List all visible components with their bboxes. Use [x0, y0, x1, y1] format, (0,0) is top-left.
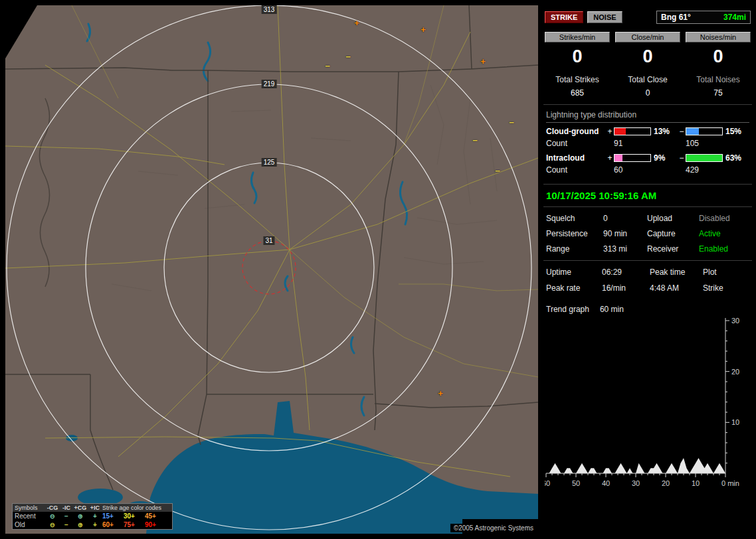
status-section: Squelch 0 Upload Disabled Persistence 90… — [543, 206, 752, 260]
persistence-value: 90 min — [603, 229, 647, 238]
trend-x-tick-label: 40 — [602, 479, 610, 487]
legend-col-pos-cg: +CG — [73, 504, 88, 511]
strike-marker: − — [495, 166, 500, 176]
total-close-label: Total Close — [615, 70, 680, 84]
trend-x-tick-label: 50 — [572, 479, 580, 487]
distribution-title: Lightning type distribution — [546, 109, 749, 123]
range-ring-label-125: 125 — [262, 158, 277, 167]
ic-negative-bar — [686, 154, 723, 162]
lightning-map[interactable]: Symbols -CG -IC +CG +IC Strike age color… — [5, 5, 538, 534]
trend-x-tick-label: 60 — [545, 479, 550, 487]
capture-status: Active — [699, 229, 749, 238]
peak-time-label: Peak time — [650, 268, 703, 277]
cloud-ground-label: Cloud-ground — [546, 127, 606, 136]
range-ring-label-313: 313 — [262, 5, 277, 14]
strike-marker: + — [421, 25, 426, 35]
trend-x-tick-label: 30 — [632, 479, 640, 487]
plot-mode-value: Strike — [703, 283, 749, 293]
noise-mode-button[interactable]: NOISE — [587, 11, 622, 23]
trend-x-end-label: 0 min — [721, 479, 739, 487]
strike-marker: − — [472, 135, 478, 145]
range-ring-label-219: 219 — [262, 80, 277, 88]
neg-cg-icon: ⊖ — [45, 512, 60, 520]
peak-rate-value: 16/min — [602, 283, 650, 293]
total-noises-value: 75 — [686, 84, 751, 98]
session-section: Uptime 06:29 Peak time Plot Peak rate 16… — [543, 260, 752, 299]
age-code: 30+ — [124, 512, 145, 520]
ic-positive-count: 60 — [614, 165, 686, 175]
plus-sign: + — [606, 153, 614, 163]
age-code: 15+ — [102, 512, 124, 520]
trend-y-tick-label: 30 — [731, 317, 739, 325]
strike-mode-button[interactable]: STRIKE — [545, 11, 583, 23]
range-label: Range — [546, 244, 603, 254]
neg-cg-icon: ⊖ — [45, 521, 60, 528]
trend-graph: 1020306050403020100 min — [543, 315, 752, 493]
plus-sign: + — [606, 127, 614, 136]
trend-y-tick-label: 20 — [731, 368, 739, 376]
squelch-label: Squelch — [546, 214, 603, 223]
datetime-section: 10/17/2025 10:59:16 AM — [543, 184, 752, 206]
strikes-column: Strikes/min 0 Total Strikes 685 — [545, 32, 610, 98]
uptime-value: 06:29 — [602, 268, 650, 277]
cloud-ground-row: Cloud-ground + 13% − 15% — [546, 127, 749, 136]
total-close-value: 0 — [615, 84, 680, 98]
age-code: 45+ — [145, 512, 166, 520]
cg-positive-pct: 13% — [651, 127, 678, 136]
upload-label: Upload — [647, 214, 699, 223]
trend-series — [546, 458, 725, 473]
strike-marker: − — [345, 52, 351, 62]
neg-ic-icon: − — [60, 521, 73, 528]
mode-toolbar: STRIKE NOISE Bng 61° 374mi — [543, 5, 752, 27]
minus-sign: − — [678, 153, 686, 163]
plot-label: Plot — [703, 268, 749, 277]
strike-marker: − — [509, 117, 514, 127]
close-per-min-value: 0 — [615, 42, 680, 70]
distance-value: 374mi — [723, 13, 746, 22]
age-code: 75+ — [124, 521, 145, 528]
strikes-per-min-button[interactable]: Strikes/min — [545, 32, 610, 42]
cg-negative-bar — [686, 127, 723, 135]
ic-positive-bar — [614, 154, 651, 162]
intracloud-row: Intracloud + 9% − 63% — [546, 153, 749, 163]
control-panel: STRIKE NOISE Bng 61° 374mi Strikes/min 0… — [543, 5, 752, 534]
trend-y-tick-label: 10 — [731, 418, 739, 426]
strike-legend: Symbols -CG -IC +CG +IC Strike age color… — [12, 503, 173, 530]
neg-ic-icon: − — [60, 512, 73, 520]
distribution-section: Lightning type distribution Cloud-ground… — [543, 104, 752, 184]
bearing-readout: Bng 61° 374mi — [656, 11, 751, 24]
cloud-ground-counts: Count 91 105 — [546, 139, 749, 148]
uptime-label: Uptime — [546, 268, 602, 277]
count-label: Count — [546, 139, 614, 148]
copyright-notice: ©2005 Astrogenic Systems — [450, 524, 537, 532]
pos-cg-icon: ⊕ — [73, 521, 88, 528]
legend-old-label: Old — [15, 521, 45, 528]
trend-x-tick-label: 20 — [662, 479, 670, 487]
trend-window-value: 60 min — [600, 305, 624, 314]
close-column: Close/min 0 Total Close 0 — [615, 32, 680, 98]
ic-negative-count: 429 — [686, 165, 749, 175]
squelch-value: 0 — [603, 214, 647, 223]
pos-cg-icon: ⊕ — [73, 512, 88, 520]
intracloud-label: Intracloud — [546, 153, 606, 163]
strikes-per-min-value: 0 — [545, 42, 610, 70]
noises-per-min-button[interactable]: Noises/min — [686, 32, 751, 42]
ic-negative-pct: 63% — [723, 153, 749, 163]
strike-marker: + — [438, 388, 443, 398]
datetime-display: 10/17/2025 10:59:16 AM — [546, 190, 749, 201]
total-strikes-value: 685 — [545, 84, 610, 98]
range-value: 313 mi — [603, 244, 647, 254]
count-label: Count — [546, 165, 614, 175]
pos-ic-icon: + — [88, 512, 102, 520]
noises-per-min-value: 0 — [686, 42, 751, 70]
legend-recent-label: Recent — [15, 512, 45, 520]
trend-graph-header: Trend graph 60 min — [543, 299, 752, 315]
range-ring-125 — [164, 163, 374, 372]
strike-marker: + — [480, 56, 486, 66]
close-per-min-button[interactable]: Close/min — [615, 32, 680, 42]
cg-negative-count: 105 — [686, 139, 749, 148]
ic-positive-pct: 9% — [651, 153, 678, 163]
legend-header: Symbols -CG -IC +CG +IC Strike age color… — [13, 504, 172, 512]
minus-sign: − — [678, 127, 686, 136]
receiver-label: Receiver — [647, 244, 699, 254]
